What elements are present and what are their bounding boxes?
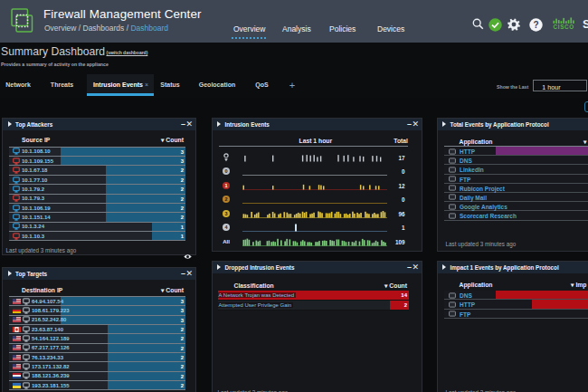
svg-text:CISCO: CISCO: [553, 24, 574, 30]
svg-text:?: ?: [533, 20, 538, 30]
